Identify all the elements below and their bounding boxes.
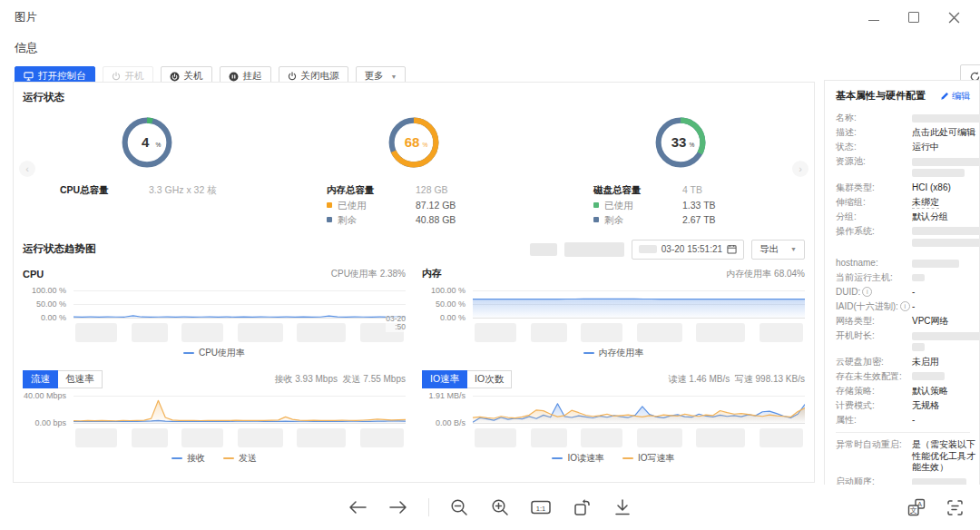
- field-value: 未绑定: [912, 197, 979, 209]
- info-row: 描述: 点击此处可编辑: [836, 127, 979, 139]
- minimize-button[interactable]: [867, 11, 880, 24]
- power-off-icon: [288, 72, 297, 81]
- vm-properties-panel: 基本属性与硬件配置 编辑 名称: 描述: 点击此处可编辑 状态: 运行中 资源池…: [824, 80, 980, 505]
- image-viewer-toolbar: 1:1 A 文: [0, 485, 980, 530]
- field-label: 网络类型:: [836, 316, 912, 328]
- field-value: [912, 330, 980, 353]
- info-row: 开机时长:: [836, 330, 979, 353]
- redacted-x-label: [297, 428, 346, 447]
- y-tick-label: 0.00 %: [41, 313, 66, 322]
- info-row: 异常时自动重启: 是（需安装以下性能优化工具才能生效）: [836, 439, 979, 474]
- tab-0[interactable]: IO速率: [422, 370, 467, 388]
- redacted-x-label: [637, 428, 682, 447]
- info-row: DUID:i -: [836, 287, 979, 299]
- tab-1[interactable]: IO次数: [466, 370, 512, 388]
- memory-gauge-block: 68 % 内存总容量 128 GB 已使用 87.12 GB 剩余 40.88 …: [280, 115, 547, 228]
- field-label: hostname:: [836, 258, 912, 270]
- redacted-control[interactable]: [564, 242, 624, 257]
- field-label: 伸缩组:: [836, 197, 912, 209]
- field-value: 运行中: [912, 142, 979, 153]
- cpu-y-axis: 100.00 %50.00 %0.00 %: [23, 290, 74, 318]
- info-row: 计费模式: 无规格: [836, 400, 979, 412]
- carousel-prev-button[interactable]: ‹: [19, 161, 35, 177]
- memory-chart-title: 内存: [422, 267, 442, 280]
- export-select[interactable]: 导出 ▼: [751, 240, 805, 260]
- cpu-plot-area: [74, 290, 406, 318]
- translate-button[interactable]: A 文: [906, 496, 927, 518]
- legend-dash-icon: [583, 352, 594, 354]
- window-controls: [867, 11, 967, 24]
- legend-item[interactable]: 接收: [172, 452, 205, 465]
- y-tick-label: 50.00 %: [436, 299, 466, 309]
- memory-free-label: 剩余: [338, 212, 357, 228]
- legend-item[interactable]: CPU使用率: [183, 347, 245, 359]
- used-dot-icon: [593, 202, 599, 208]
- network-stat: 接收 3.93 Mbps 发送 7.55 Mbps: [274, 373, 406, 386]
- field-value: [912, 113, 980, 124]
- redacted-x-label: [581, 323, 622, 342]
- cpu-chart-title: CPU: [23, 269, 44, 280]
- edit-button[interactable]: 编辑: [940, 90, 970, 103]
- info-row: 存储策略: 默认策略: [836, 386, 979, 398]
- network-chart-card: 流速包速率 接收 3.93 Mbps 发送 7.55 Mbps 40.00 Mb…: [23, 369, 406, 466]
- zoom-out-button[interactable]: [448, 496, 470, 518]
- svg-text:33: 33: [671, 134, 687, 150]
- field-label: DUID:i: [836, 287, 912, 299]
- legend-dash-icon: [622, 457, 633, 459]
- cpu-total-value: 3.3 GHz x 32 核: [149, 182, 217, 198]
- zoom-in-button[interactable]: [489, 496, 511, 518]
- close-icon: [948, 12, 960, 24]
- info-row: 当前运行主机:: [836, 272, 979, 284]
- calendar-icon: [727, 244, 737, 254]
- legend-item[interactable]: 发送: [223, 452, 257, 465]
- redacted-value: [912, 169, 965, 177]
- carousel-next-button[interactable]: ›: [792, 161, 808, 177]
- redacted-x-label: [238, 428, 283, 447]
- field-label: 属性:: [836, 415, 912, 427]
- y-tick-label: 100.00 %: [32, 286, 66, 295]
- ocr-text-button[interactable]: [944, 496, 965, 518]
- legend-item[interactable]: IO写速率: [622, 452, 675, 465]
- redacted-value: [912, 239, 980, 247]
- redacted-value: [912, 260, 959, 268]
- legend-dash-icon: [183, 352, 194, 354]
- power-on-icon: [112, 72, 121, 81]
- download-button[interactable]: [612, 496, 633, 518]
- datetime-picker[interactable]: 03-20 15:51:21: [632, 240, 744, 260]
- legend-item[interactable]: 内存使用率: [583, 347, 644, 359]
- redacted-x-label: [181, 323, 223, 342]
- field-value[interactable]: 点击此处可编辑: [912, 127, 979, 139]
- redacted-x-label: [132, 323, 168, 342]
- suspend-icon: [229, 72, 239, 82]
- field-value: [912, 371, 979, 383]
- redacted-value: [912, 114, 980, 123]
- actual-size-button[interactable]: 1:1: [530, 496, 552, 518]
- disk-gauge-block: 33 % 磁盘总容量 4 TB 已使用 1.33 TB 剩余 2.67 TB: [547, 115, 814, 228]
- rotate-button[interactable]: [571, 496, 593, 518]
- y-tick-label: 40.00 Mbps: [24, 391, 66, 400]
- used-dot-icon: [327, 202, 332, 208]
- redacted-x-label: [696, 428, 745, 447]
- y-tick-label: 1.91 MB/s: [428, 391, 466, 400]
- svg-text:1:1: 1:1: [536, 505, 545, 513]
- tab-1[interactable]: 包速率: [57, 370, 103, 388]
- close-button[interactable]: [947, 11, 960, 24]
- info-row: 属性: -: [836, 415, 979, 427]
- field-label: 名称:: [836, 113, 912, 124]
- maximize-button[interactable]: [907, 11, 920, 24]
- tab-0[interactable]: 流速: [23, 370, 58, 388]
- memory-donut-gauge: 68 %: [387, 115, 441, 170]
- disk-used-label: 已使用: [604, 198, 633, 213]
- field-value: HCI (x86): [912, 182, 979, 194]
- field-value: 默认分组: [912, 211, 979, 223]
- info-icon: i: [900, 301, 910, 311]
- redacted-control[interactable]: [530, 243, 557, 256]
- legend-item[interactable]: IO读速率: [552, 452, 604, 465]
- redacted-x-label: [475, 428, 516, 447]
- rotate-icon: [573, 498, 592, 517]
- network-y-axis: 40.00 Mbps0.00 bps: [23, 396, 74, 423]
- toolbar-divider: [428, 498, 429, 516]
- previous-image-button[interactable]: [347, 496, 368, 518]
- next-image-button[interactable]: [387, 496, 409, 518]
- redacted-x-label: [637, 323, 682, 342]
